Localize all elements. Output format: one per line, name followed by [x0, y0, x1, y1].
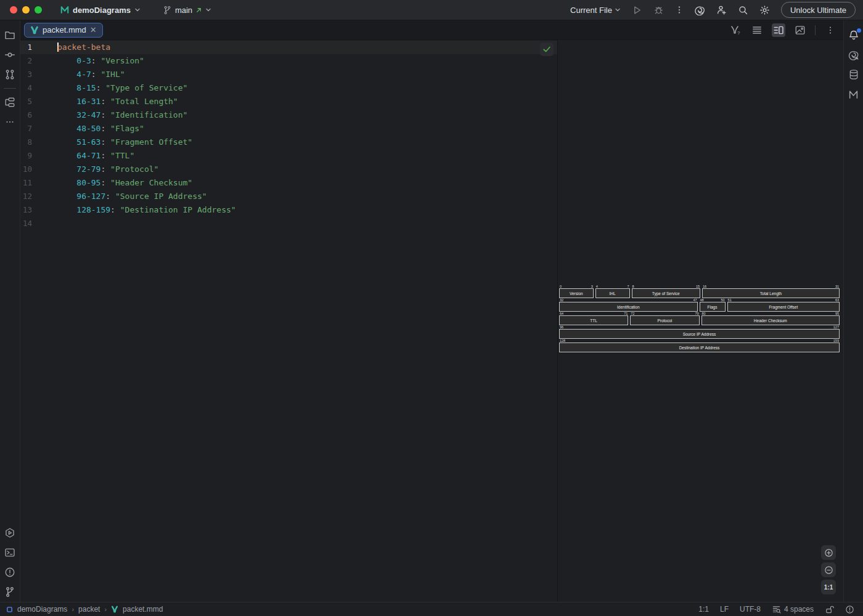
error-highlighting-icon[interactable] [845, 605, 854, 614]
project-folder-icon[interactable] [1, 26, 18, 44]
code-line[interactable]: 12 96-127: "Source IP Address" [20, 190, 557, 203]
code-line[interactable]: 8 51-63: "Fragment Offset" [20, 136, 557, 149]
zoom-out-button[interactable] [821, 562, 836, 577]
code-text: packet-beta [32, 41, 110, 54]
git-icon[interactable] [1, 583, 18, 601]
line-number: 5 [20, 95, 32, 108]
version-control-icon[interactable] [1, 65, 18, 84]
tab-packet-mmd[interactable]: packet.mmd ✕ [24, 23, 103, 38]
packet-field-label: Version [559, 288, 594, 298]
packet-field-label: IHL [595, 288, 630, 298]
code-text: 128-159: "Destination IP Address" [32, 203, 236, 217]
ide-window: demoDiagrams main Current File [0, 0, 863, 616]
line-number: 12 [20, 190, 32, 203]
close-tab-icon[interactable]: ✕ [90, 26, 97, 34]
close-window-button[interactable] [10, 6, 17, 14]
minimize-window-button[interactable] [22, 6, 30, 14]
unlock-ultimate-button[interactable]: Unlock Ultimate [781, 2, 856, 18]
more-horizontal-icon[interactable] [1, 113, 18, 131]
line-number: 9 [20, 149, 32, 163]
zoom-in-button[interactable] [821, 545, 836, 560]
code-line[interactable]: 7 48-50: "Flags" [20, 122, 557, 136]
notification-badge [857, 28, 861, 33]
chevron-down-icon [615, 7, 621, 13]
code-line[interactable]: 10 72-79: "Protocol" [20, 163, 557, 176]
structure-icon[interactable] [1, 93, 18, 111]
breadcrumb-file[interactable]: packet.mmd [123, 605, 163, 614]
code-line[interactable]: 11 80-95: "Header Checksum" [20, 176, 557, 190]
zoom-reset-button[interactable]: 1:1 [821, 580, 836, 594]
settings-gear-icon[interactable] [759, 5, 770, 15]
code-text: 8-15: "Type of Service" [32, 81, 187, 95]
debug-icon[interactable] [653, 5, 664, 15]
line-number: 3 [20, 68, 32, 81]
terminal-icon[interactable] [1, 543, 18, 562]
code-line[interactable]: 1packet-beta [20, 41, 557, 54]
add-user-icon[interactable] [716, 5, 727, 15]
search-icon[interactable] [738, 5, 748, 15]
split-view-icon[interactable] [772, 23, 785, 37]
code-line[interactable]: 6 32-47: "Identification" [20, 108, 557, 122]
code-line[interactable]: 13 128-159: "Destination IP Address" [20, 203, 557, 217]
breadcrumb-separator: › [104, 606, 107, 613]
branch-name: main [175, 6, 192, 15]
encoding-widget[interactable]: UTF-8 [740, 605, 761, 614]
ai-assistant-chat-icon[interactable] [845, 46, 862, 64]
code-text: 80-95: "Header Checksum" [32, 176, 192, 190]
text-only-view-icon[interactable] [750, 23, 764, 37]
packet-field-label: Protocol [630, 315, 699, 325]
packet-diagram: 03Version47IHL815Type of Service1631Tota… [559, 285, 840, 352]
packet-field-label: Destination IP Address [559, 342, 840, 352]
more-vertical-icon[interactable] [824, 23, 837, 37]
packet-block: 5163Fragment Offset [727, 298, 840, 312]
mermaid-preview-pane: 03Version47IHL815Type of Service1631Tota… [558, 40, 843, 602]
notifications-button[interactable] [845, 26, 862, 44]
packet-block: 128159Destination IP Address [559, 339, 840, 352]
code-line[interactable]: 9 64-71: "TTL" [20, 149, 557, 163]
mermaid-tool-icon[interactable] [845, 85, 862, 103]
mermaid-help-icon[interactable]: ? [729, 23, 742, 37]
branch-widget[interactable]: main [163, 6, 211, 15]
code-line[interactable]: 5 16-31: "Total Length" [20, 95, 557, 108]
code-line[interactable]: 3 4-7: "IHL" [20, 68, 557, 81]
tab-label: packet.mmd [43, 25, 86, 34]
code-line[interactable]: 2 0-3: "Version" [20, 54, 557, 68]
packet-row: 128159Destination IP Address [559, 339, 840, 352]
services-icon[interactable] [1, 524, 18, 542]
ai-assistant-icon[interactable] [695, 5, 705, 15]
breadcrumb-folder[interactable]: packet [78, 605, 100, 614]
left-tool-rail [0, 20, 20, 602]
caret-position-widget[interactable]: 1:1 [698, 605, 709, 614]
more-vertical-icon[interactable] [675, 6, 684, 14]
code-text: 16-31: "Total Length" [32, 95, 178, 108]
commit-icon[interactable] [1, 46, 18, 64]
line-number: 13 [20, 203, 32, 217]
line-ending-widget[interactable]: LF [720, 605, 729, 614]
packet-block: 1631Total Length [702, 285, 840, 298]
run-icon[interactable] [632, 5, 642, 15]
line-number: 11 [20, 176, 32, 190]
code-editor[interactable]: 1packet-beta2 0-3: "Version"3 4-7: "IHL"… [20, 40, 558, 602]
packet-block: 6471TTL [559, 312, 628, 325]
title-bar: demoDiagrams main Current File [0, 0, 863, 20]
code-line[interactable]: 14 [20, 217, 557, 230]
rail-separator [4, 88, 16, 89]
code-text: 32-47: "Identification" [32, 108, 187, 122]
packet-field-label: Identification [559, 302, 698, 312]
indent-widget[interactable]: 4 spaces [772, 605, 814, 614]
problems-icon[interactable] [1, 563, 18, 582]
maximize-window-button[interactable] [35, 6, 42, 14]
code-line[interactable]: 4 8-15: "Type of Service" [20, 81, 557, 95]
inspection-widget[interactable] [540, 43, 554, 56]
preview-only-view-icon[interactable] [793, 23, 807, 37]
project-widget[interactable]: demoDiagrams [60, 6, 141, 15]
database-icon[interactable] [845, 65, 862, 84]
packet-block: 815Type of Service [632, 285, 701, 298]
packet-row: 6471TTL7279Protocol8095Header Checksum [559, 312, 840, 325]
packet-field-label: Type of Service [632, 288, 701, 298]
project-name: demoDiagrams [73, 6, 131, 15]
unlocked-padlock-icon[interactable] [825, 605, 834, 614]
breadcrumb-project[interactable]: demoDiagrams [17, 605, 67, 614]
git-branch-icon [163, 6, 172, 15]
run-configuration-selector[interactable]: Current File [570, 6, 621, 15]
